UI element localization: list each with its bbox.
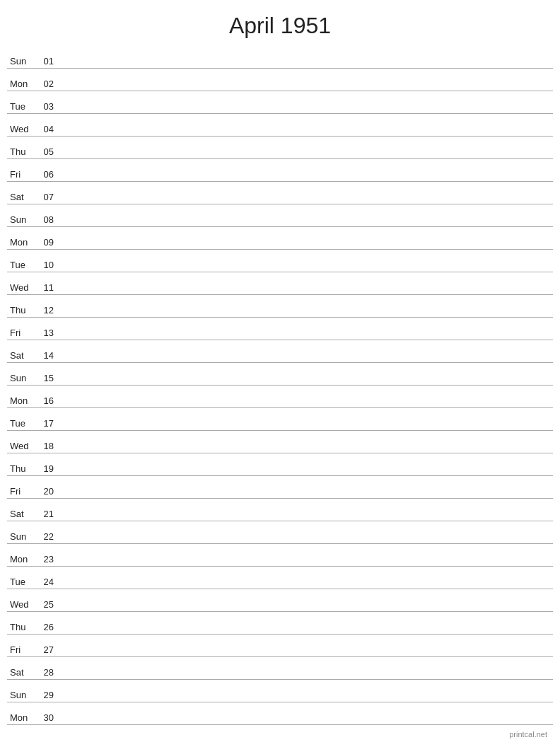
day-name: Sun: [7, 373, 37, 383]
day-number: 19: [37, 463, 58, 474]
day-number: 28: [37, 667, 58, 678]
day-name: Tue: [7, 418, 37, 429]
day-name: Thu: [7, 305, 37, 315]
day-number: 15: [37, 373, 58, 383]
day-number: 09: [37, 237, 58, 248]
day-number: 06: [37, 169, 58, 180]
day-name: Sun: [7, 531, 37, 542]
day-number: 18: [37, 441, 58, 451]
day-name: Wed: [7, 282, 37, 293]
day-row: Sun22: [7, 521, 553, 544]
day-row: Fri06: [7, 159, 553, 182]
day-number: 21: [37, 509, 58, 519]
day-number: 12: [37, 305, 58, 315]
day-row: Fri27: [7, 635, 553, 657]
day-name: Fri: [7, 169, 37, 180]
day-row: Wed04: [7, 114, 553, 137]
day-number: 01: [37, 56, 58, 66]
day-name: Mon: [7, 79, 37, 89]
day-name: Wed: [7, 599, 37, 610]
day-number: 07: [37, 192, 58, 202]
day-name: Mon: [7, 237, 37, 248]
day-row: Mon09: [7, 227, 553, 250]
day-row: Tue03: [7, 91, 553, 114]
day-number: 29: [37, 690, 58, 700]
day-number: 23: [37, 554, 58, 564]
day-name: Sat: [7, 350, 37, 361]
day-row: Mon02: [7, 69, 553, 91]
day-row: Thu19: [7, 453, 553, 476]
day-number: 30: [37, 712, 58, 723]
day-number: 05: [37, 146, 58, 157]
day-name: Tue: [7, 101, 37, 112]
day-number: 27: [37, 644, 58, 655]
day-row: Sun01: [7, 46, 553, 69]
day-row: Sun15: [7, 363, 553, 386]
footer-text: printcal.net: [509, 730, 547, 739]
day-row: Tue17: [7, 408, 553, 431]
day-name: Sat: [7, 192, 37, 202]
day-row: Fri20: [7, 476, 553, 499]
day-number: 14: [37, 350, 58, 361]
calendar-container: Sun01Mon02Tue03Wed04Thu05Fri06Sat07Sun08…: [0, 46, 560, 725]
day-name: Fri: [7, 328, 37, 338]
day-row: Sun29: [7, 680, 553, 702]
day-row: Thu26: [7, 612, 553, 635]
day-number: 02: [37, 79, 58, 89]
page-title: April 1951: [0, 0, 560, 46]
day-name: Mon: [7, 712, 37, 723]
day-row: Mon23: [7, 544, 553, 567]
day-name: Thu: [7, 622, 37, 632]
day-row: Thu12: [7, 295, 553, 318]
day-row: Wed25: [7, 589, 553, 612]
day-name: Sun: [7, 56, 37, 66]
day-row: Sat28: [7, 657, 553, 680]
day-name: Tue: [7, 260, 37, 270]
day-number: 10: [37, 260, 58, 270]
day-name: Fri: [7, 644, 37, 655]
day-number: 26: [37, 622, 58, 632]
day-row: Wed18: [7, 431, 553, 453]
day-number: 13: [37, 328, 58, 338]
day-number: 22: [37, 531, 58, 542]
day-name: Sun: [7, 214, 37, 225]
day-name: Sat: [7, 667, 37, 678]
day-number: 04: [37, 124, 58, 134]
day-name: Sat: [7, 509, 37, 519]
day-row: Sat21: [7, 499, 553, 521]
day-name: Wed: [7, 441, 37, 451]
day-row: Mon30: [7, 702, 553, 725]
day-name: Thu: [7, 146, 37, 157]
day-number: 16: [37, 395, 58, 406]
day-number: 20: [37, 486, 58, 497]
day-row: Sat07: [7, 182, 553, 204]
day-number: 25: [37, 599, 58, 610]
day-row: Sun08: [7, 204, 553, 227]
day-number: 11: [37, 282, 58, 293]
day-number: 08: [37, 214, 58, 225]
day-name: Tue: [7, 577, 37, 587]
day-row: Thu05: [7, 137, 553, 159]
day-name: Sun: [7, 690, 37, 700]
day-name: Fri: [7, 486, 37, 497]
day-name: Mon: [7, 554, 37, 564]
day-row: Sat14: [7, 340, 553, 363]
day-row: Wed11: [7, 272, 553, 295]
day-number: 17: [37, 418, 58, 429]
day-row: Tue10: [7, 250, 553, 272]
day-number: 03: [37, 101, 58, 112]
day-row: Tue24: [7, 567, 553, 589]
day-name: Wed: [7, 124, 37, 134]
day-name: Thu: [7, 463, 37, 474]
day-name: Mon: [7, 395, 37, 406]
day-row: Fri13: [7, 318, 553, 340]
day-number: 24: [37, 577, 58, 587]
day-row: Mon16: [7, 386, 553, 408]
